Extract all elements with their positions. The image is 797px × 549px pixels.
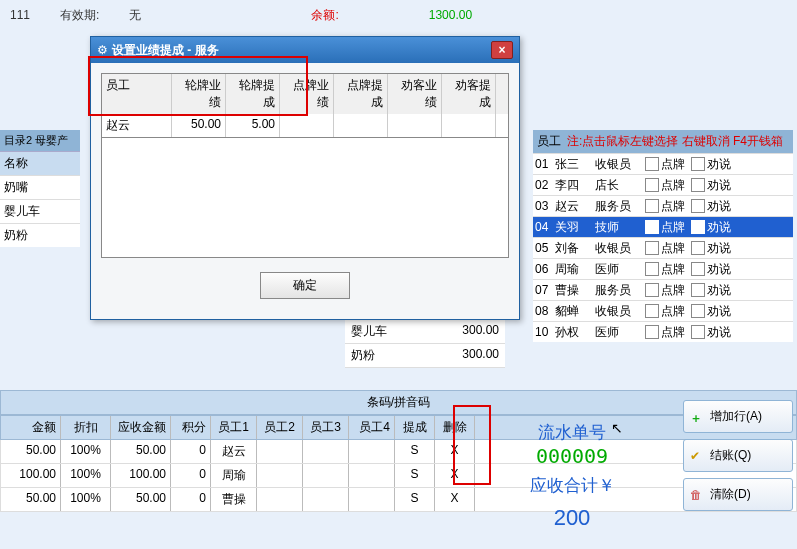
close-button[interactable]: × <box>491 41 513 59</box>
order-grid: 条码/拼音码 金额 折扣 应收金额 积分 员工1 员工2 员工3 员工4 提成 … <box>0 390 797 512</box>
top-bar: 111 有效期: 无 余额: 1300.00 <box>0 0 797 30</box>
checkbox[interactable] <box>691 325 705 339</box>
check-icon: ✔ <box>690 449 704 463</box>
grid-row[interactable]: 50.00100%50.000赵云SX <box>0 440 797 464</box>
checkbox[interactable] <box>645 283 659 297</box>
checkbox[interactable] <box>691 283 705 297</box>
ok-button[interactable]: 确定 <box>260 272 350 299</box>
commission-link[interactable]: S <box>395 488 435 511</box>
employee-row[interactable]: 07曹操服务员点牌劝说 <box>533 279 793 300</box>
order-number-value: 000009 <box>507 444 637 468</box>
validity-label: 有效期: <box>60 7 99 24</box>
commission-dialog: ⚙ 设置业绩提成 - 服务 × 员工 轮牌业绩 轮牌提成 点牌业绩 点牌提成 劝… <box>90 36 520 320</box>
sidebar-col-name: 名称 <box>0 151 80 175</box>
checkbox[interactable] <box>691 262 705 276</box>
commission-emp-name: 赵云 <box>102 114 172 137</box>
commission-table: 员工 轮牌业绩 轮牌提成 点牌业绩 点牌提成 劝客业绩 劝客提成 赵云 50.0… <box>101 73 509 138</box>
delete-link[interactable]: X <box>435 464 475 487</box>
code-value: 111 <box>10 8 30 22</box>
delete-link[interactable]: X <box>435 488 475 511</box>
delete-link[interactable]: X <box>435 440 475 463</box>
grid-header: 金额 折扣 应收金额 积分 员工1 员工2 员工3 员工4 提成 删除 <box>0 415 797 440</box>
checkbox[interactable] <box>645 199 659 213</box>
commission-link[interactable]: S <box>395 440 435 463</box>
total-due-label: 应收合计￥ <box>507 474 637 497</box>
checkbox[interactable] <box>691 178 705 192</box>
action-buttons: ＋ 增加行(A) ✔ 结账(Q) 🗑 清除(D) <box>683 400 793 511</box>
checkbox[interactable] <box>645 157 659 171</box>
employee-panel: 员工 注:点击鼠标左键选择 右键取消 F4开钱箱 01张三收银员点牌劝说02李四… <box>533 130 793 342</box>
commission-cell[interactable] <box>280 114 334 137</box>
total-due-value: 200 <box>507 505 637 531</box>
commission-cell[interactable] <box>334 114 388 137</box>
add-row-button[interactable]: ＋ 增加行(A) <box>683 400 793 433</box>
sidebar-item[interactable]: 婴儿车 <box>0 199 80 223</box>
checkbox[interactable] <box>645 220 659 234</box>
checkbox[interactable] <box>645 262 659 276</box>
checkbox[interactable] <box>691 199 705 213</box>
balance-value: 1300.00 <box>429 8 472 22</box>
commission-cell[interactable] <box>388 114 442 137</box>
plus-icon: ＋ <box>690 410 704 424</box>
commission-table-header: 员工 轮牌业绩 轮牌提成 点牌业绩 点牌提成 劝客业绩 劝客提成 <box>102 74 508 114</box>
balance-label: 余额: <box>311 7 338 24</box>
checkbox[interactable] <box>645 178 659 192</box>
employee-row[interactable]: 05刘备收银员点牌劝说 <box>533 237 793 258</box>
grid-row[interactable]: 100.00100%100.000周瑜SX <box>0 464 797 488</box>
employee-row[interactable]: 10孙权医师点牌劝说 <box>533 321 793 342</box>
checkbox[interactable] <box>691 157 705 171</box>
cursor-icon: ↖ <box>611 420 623 436</box>
sidebar-item[interactable]: 奶粉 <box>0 223 80 247</box>
commission-cell[interactable] <box>442 114 496 137</box>
checkbox[interactable] <box>691 304 705 318</box>
employee-row[interactable]: 01张三收银员点牌劝说 <box>533 153 793 174</box>
commission-cell[interactable]: 5.00 <box>226 114 280 137</box>
checkout-button[interactable]: ✔ 结账(Q) <box>683 439 793 472</box>
employee-row[interactable]: 08貂蝉收银员点牌劝说 <box>533 300 793 321</box>
product-row[interactable]: 奶粉300.00 <box>345 344 505 368</box>
sidebar-header: 目录2 母婴产 <box>0 130 80 151</box>
commission-row[interactable]: 赵云 50.00 5.00 <box>102 114 508 137</box>
employee-header: 员工 注:点击鼠标左键选择 右键取消 F4开钱箱 <box>533 130 793 153</box>
checkbox[interactable] <box>645 304 659 318</box>
employee-row[interactable]: 06周瑜医师点牌劝说 <box>533 258 793 279</box>
employee-row[interactable]: 04关羽技师点牌劝说 <box>533 216 793 237</box>
category-sidebar: 目录2 母婴产 名称 奶嘴 婴儿车 奶粉 <box>0 130 80 247</box>
product-row[interactable]: 婴儿车300.00 <box>345 320 505 344</box>
employee-note: 注:点击鼠标左键选择 右键取消 F4开钱箱 <box>567 133 783 150</box>
checkbox[interactable] <box>645 325 659 339</box>
dialog-titlebar[interactable]: ⚙ 设置业绩提成 - 服务 × <box>91 37 519 63</box>
grid-row[interactable]: 50.00100%50.000曹操SX <box>0 488 797 512</box>
employee-row[interactable]: 03赵云服务员点牌劝说 <box>533 195 793 216</box>
clear-button[interactable]: 🗑 清除(D) <box>683 478 793 511</box>
validity-value: 无 <box>129 7 141 24</box>
checkbox[interactable] <box>691 220 705 234</box>
grid-title: 条码/拼音码 <box>0 390 797 415</box>
checkbox[interactable] <box>645 241 659 255</box>
commission-cell[interactable]: 50.00 <box>172 114 226 137</box>
checkbox[interactable] <box>691 241 705 255</box>
commission-link[interactable]: S <box>395 464 435 487</box>
trash-icon: 🗑 <box>690 488 704 502</box>
sidebar-item[interactable]: 奶嘴 <box>0 175 80 199</box>
gear-icon: ⚙ <box>97 43 108 57</box>
employee-header-label: 员工 <box>537 133 567 150</box>
dialog-title: 设置业绩提成 - 服务 <box>112 42 491 59</box>
employee-row[interactable]: 02李四店长点牌劝说 <box>533 174 793 195</box>
